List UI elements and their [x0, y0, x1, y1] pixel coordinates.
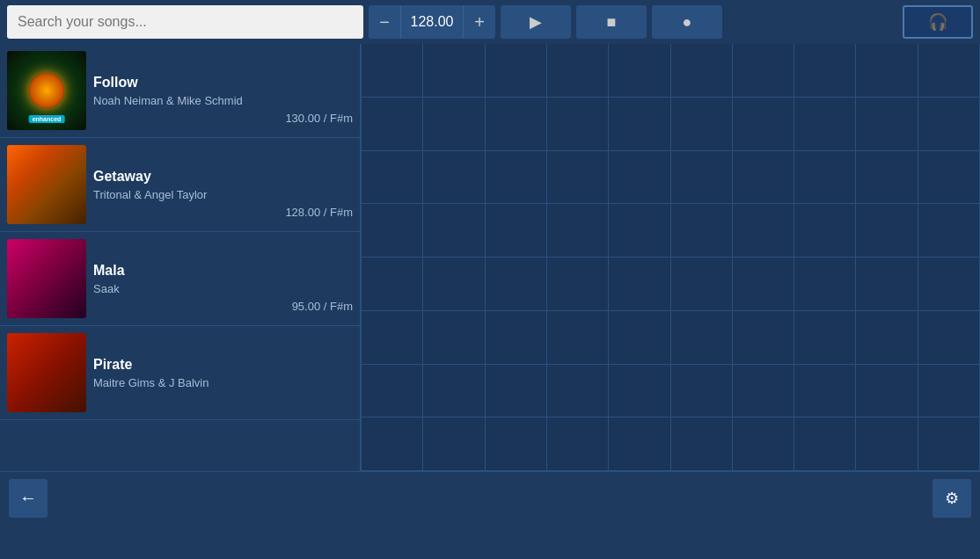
- grid-cell[interactable]: [918, 204, 980, 258]
- grid-cell[interactable]: [423, 365, 485, 418]
- grid-cell[interactable]: [856, 98, 918, 151]
- grid-cell[interactable]: [609, 204, 670, 258]
- grid-cell[interactable]: [733, 311, 794, 365]
- grid-cell[interactable]: [794, 258, 856, 311]
- grid-cell[interactable]: [547, 204, 609, 258]
- grid-cell[interactable]: [547, 258, 609, 311]
- song-title: Getaway: [93, 169, 278, 185]
- grid-cell[interactable]: [609, 151, 670, 205]
- grid-cell[interactable]: [486, 151, 547, 205]
- song-list-item[interactable]: Mala Saak 95.00 / F#m: [0, 232, 360, 326]
- grid-cell[interactable]: [733, 365, 794, 418]
- bpm-plus-button[interactable]: +: [464, 5, 495, 39]
- grid-cell[interactable]: [423, 98, 485, 151]
- grid-cell[interactable]: [423, 417, 485, 471]
- grid-cell[interactable]: [486, 204, 547, 258]
- grid-cell[interactable]: [918, 365, 980, 418]
- grid-cell[interactable]: [671, 151, 733, 205]
- grid-cell[interactable]: [609, 44, 670, 98]
- grid-cell[interactable]: [733, 204, 794, 258]
- grid-cell[interactable]: [918, 98, 980, 151]
- grid-cell[interactable]: [733, 151, 794, 205]
- grid-cell[interactable]: [362, 311, 423, 365]
- grid-cell[interactable]: [671, 417, 733, 471]
- grid-cell[interactable]: [486, 417, 547, 471]
- grid-cell[interactable]: [733, 98, 794, 151]
- grid-cell[interactable]: [856, 44, 918, 98]
- grid-cell[interactable]: [362, 204, 423, 258]
- back-button[interactable]: ←: [9, 479, 48, 518]
- settings-button[interactable]: ⚙: [932, 479, 971, 518]
- grid-cell[interactable]: [856, 151, 918, 205]
- grid-cell[interactable]: [486, 365, 547, 418]
- grid-cell[interactable]: [794, 204, 856, 258]
- grid-cell[interactable]: [547, 311, 609, 365]
- grid-cell[interactable]: [671, 365, 733, 418]
- grid-cell[interactable]: [362, 151, 423, 205]
- grid-cell[interactable]: [671, 204, 733, 258]
- grid-cell[interactable]: [547, 98, 609, 151]
- grid-cell[interactable]: [547, 365, 609, 418]
- grid-cell[interactable]: [918, 258, 980, 311]
- grid-cell[interactable]: [856, 311, 918, 365]
- grid-cell[interactable]: [486, 258, 547, 311]
- grid-cell[interactable]: [423, 44, 485, 98]
- grid-cell[interactable]: [856, 258, 918, 311]
- grid-cell[interactable]: [486, 44, 547, 98]
- grid-cell[interactable]: [794, 44, 856, 98]
- search-input[interactable]: [7, 5, 363, 39]
- song-list-item[interactable]: Getaway Tritonal & Angel Taylor 128.00 /…: [0, 138, 360, 232]
- grid-cell[interactable]: [362, 98, 423, 151]
- grid-cell[interactable]: [609, 98, 670, 151]
- grid-cell[interactable]: [423, 311, 485, 365]
- song-artist: Noah Neiman & Mike Schmid: [93, 94, 278, 107]
- grid-cell[interactable]: [733, 417, 794, 471]
- grid-cell[interactable]: [856, 365, 918, 418]
- grid-cell[interactable]: [918, 417, 980, 471]
- grid-cell[interactable]: [486, 98, 547, 151]
- grid-cell[interactable]: [671, 98, 733, 151]
- grid-cell[interactable]: [918, 44, 980, 98]
- grid-cell[interactable]: [918, 311, 980, 365]
- grid-cell[interactable]: [609, 258, 670, 311]
- grid-cell[interactable]: [423, 258, 485, 311]
- grid-cell[interactable]: [362, 417, 423, 471]
- grid-cell[interactable]: [794, 365, 856, 418]
- grid-cell[interactable]: [671, 44, 733, 98]
- grid-cell[interactable]: [547, 151, 609, 205]
- grid-cell[interactable]: [362, 365, 423, 418]
- song-list-item[interactable]: Pirate Maitre Gims & J Balvin: [0, 326, 360, 420]
- grid-cell[interactable]: [547, 44, 609, 98]
- grid-cell[interactable]: [671, 258, 733, 311]
- grid-cell[interactable]: [547, 417, 609, 471]
- stop-button[interactable]: ■: [576, 5, 647, 39]
- bpm-value: 128.00: [400, 5, 464, 39]
- grid-cell[interactable]: [423, 151, 485, 205]
- grid-cell[interactable]: [856, 417, 918, 471]
- grid-cell[interactable]: [362, 44, 423, 98]
- grid-cell[interactable]: [423, 204, 485, 258]
- headphone-button[interactable]: 🎧: [903, 5, 973, 39]
- song-list-item[interactable]: enhanced Follow Noah Neiman & Mike Schmi…: [0, 44, 360, 138]
- song-meta: 128.00 / F#m: [285, 206, 353, 224]
- grid-cell[interactable]: [733, 44, 794, 98]
- grid-cell[interactable]: [918, 151, 980, 205]
- grid-area[interactable]: [361, 44, 980, 471]
- grid-cell[interactable]: [794, 151, 856, 205]
- grid-cell[interactable]: [671, 311, 733, 365]
- grid-cell[interactable]: [486, 311, 547, 365]
- grid-cell[interactable]: [609, 417, 670, 471]
- grid-cell[interactable]: [733, 258, 794, 311]
- grid-cell[interactable]: [362, 258, 423, 311]
- grid-cell[interactable]: [794, 311, 856, 365]
- grid-cell[interactable]: [794, 417, 856, 471]
- song-thumbnail: [7, 145, 86, 224]
- record-button[interactable]: ●: [652, 5, 722, 39]
- grid-cell[interactable]: [609, 365, 670, 418]
- bpm-control: − 128.00 +: [369, 5, 495, 39]
- grid-cell[interactable]: [794, 98, 856, 151]
- grid-cell[interactable]: [609, 311, 670, 365]
- grid-cell[interactable]: [856, 204, 918, 258]
- play-button[interactable]: ▶: [501, 5, 571, 39]
- bpm-minus-button[interactable]: −: [369, 5, 400, 39]
